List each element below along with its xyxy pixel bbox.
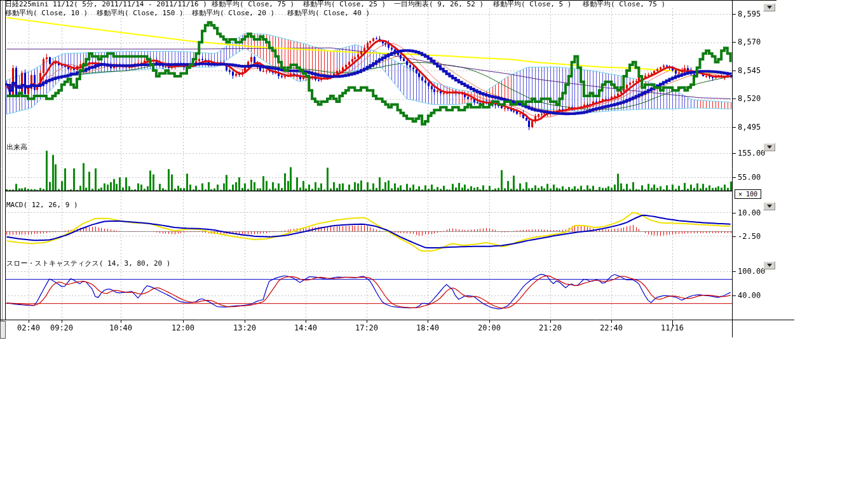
macd-tick-label: -2.50 <box>738 232 761 241</box>
price-tick-label: 8,545 <box>738 66 761 75</box>
time-label: 02:40 <box>17 323 40 332</box>
price-tick-label: 8,495 <box>738 123 761 132</box>
legend-ma75b: 移動平均( Close, 75 ) <box>583 1 665 8</box>
vertical-scrollbar-fragment[interactable] <box>0 321 6 339</box>
date-label: 11/16 <box>661 323 684 332</box>
volume-panel-label: 出来高 <box>6 142 27 152</box>
price-tick-label: 8,595 <box>738 10 761 18</box>
price-panel-dropdown-button[interactable] <box>763 3 775 11</box>
time-label: 20:00 <box>478 323 501 332</box>
stoch-panel-dropdown-button[interactable] <box>763 261 775 269</box>
macd-panel-dropdown-button[interactable] <box>763 202 775 210</box>
legend-ma40: 移動平均( Close, 40 ) <box>287 10 370 17</box>
time-label: 17:20 <box>355 323 378 332</box>
chevron-down-icon <box>767 264 772 267</box>
volume-panel-dropdown-button[interactable] <box>763 143 775 151</box>
stoch-tick-label: 100.00 <box>738 267 765 276</box>
time-label: 13:20 <box>233 323 256 332</box>
time-label: 12:00 <box>172 323 194 332</box>
legend-ma150: 移動平均( Close, 150 ) <box>97 10 184 17</box>
stoch-panel-label: スロー・ストキャスティクス( 14, 3, 80, 20 ) <box>6 259 170 268</box>
time-label: 14:40 <box>294 323 317 332</box>
time-label: 21:20 <box>539 323 562 332</box>
price-tick-label: 8,570 <box>738 37 761 46</box>
chart-title: 日経225mini 11/12( 5分, 2011/11/14 - 2011/1… <box>5 1 207 8</box>
legend-ma10: 移動平均( Close, 10 ) <box>5 10 88 17</box>
chevron-down-icon <box>767 146 772 149</box>
time-label: 18:40 <box>416 323 439 332</box>
time-label: 10:40 <box>109 323 132 332</box>
legend-ma5: 移動平均( Close, 5 ) <box>493 1 571 8</box>
chart-window: 日経225mini 11/12( 5分, 2011/11/14 - 2011/1… <box>0 0 868 488</box>
legend-ma20: 移動平均( Close, 20 ) <box>192 10 275 17</box>
legend-ichimoku: 一目均衡表( 9, 26, 52 ) <box>394 1 484 8</box>
chevron-down-icon <box>767 205 772 208</box>
chevron-down-icon <box>767 6 772 9</box>
time-label: 09:20 <box>50 323 73 332</box>
time-label: 22:40 <box>600 323 623 332</box>
volume-tick-label: 55.00 <box>738 173 761 182</box>
legend-ma25: 移動平均( Close, 25 ) <box>303 1 386 8</box>
volume-tick-label: 155.00 <box>738 149 765 158</box>
legend-ma75: 移動平均( Close, 75 ) <box>212 1 294 8</box>
stoch-tick-label: 40.00 <box>738 291 761 300</box>
macd-tick-label: 10.00 <box>738 208 761 217</box>
macd-panel-label: MACD( 12, 26, 9 ) <box>6 201 78 209</box>
volume-multiplier-box: × 100 <box>735 189 761 199</box>
price-tick-label: 8,520 <box>738 94 761 103</box>
